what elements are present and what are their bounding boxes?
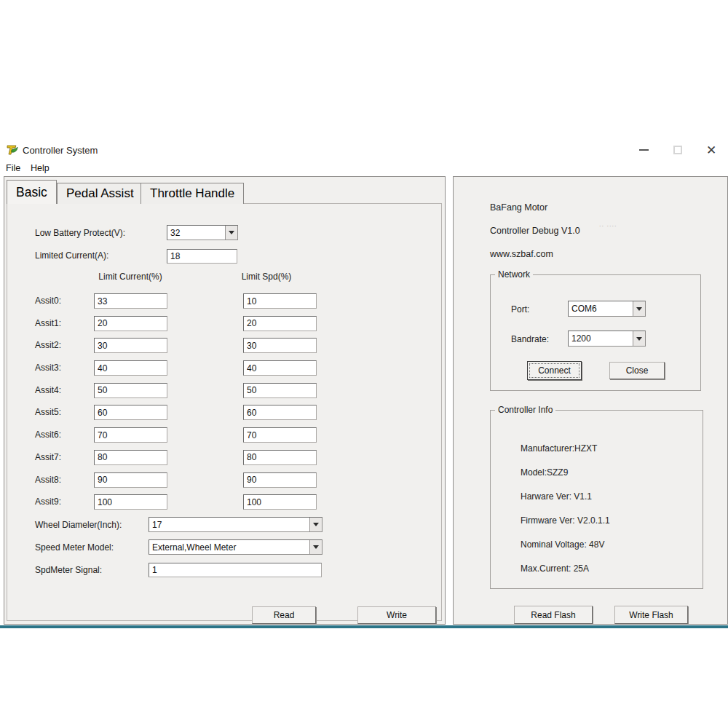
controller-info-group: Controller Info Manufacturer:HZXTModel:S… [490,410,703,589]
limited-current-label: Limited Current(A): [35,248,108,263]
speed-meter-model-label: Speed Meter Model: [35,540,114,555]
wheel-diameter-select[interactable]: 17 [149,517,323,532]
limit-current-header: Limit Current(%) [87,272,174,282]
assist-label: Assit4: [35,383,61,398]
speed-meter-model-select[interactable]: External,Wheel Meter [149,539,323,555]
connection-panel: BaFang MotorController Debug V1.0www.szb… [453,176,728,625]
brand-line: BaFang Motor [490,200,580,215]
network-group: Network Port: COM6 Bandrate: 1200 Connec… [490,274,701,391]
assist-current-input[interactable] [94,427,167,443]
brand-lines: BaFang MotorController Debug V1.0www.szb… [490,200,580,261]
assist-row: Assit5: [4,405,445,420]
controller-info-item: Firmware Ver: V2.0.1.1 [521,513,610,528]
minimize-icon[interactable] [633,141,654,159]
assist-current-input[interactable] [94,383,167,398]
write-flash-button[interactable]: Write Flash [614,606,688,624]
port-label: Port: [511,302,529,317]
controller-info-item: Nominal Voltage: 48V [521,537,610,552]
assist-speed-input[interactable] [243,360,317,376]
read-button[interactable]: Read [252,606,316,624]
tab-basic[interactable]: Basic [7,180,57,204]
limited-current-input[interactable] [167,249,237,264]
controller-info-items: Manufacturer:HZXTModel:SZZ9Harware Ver: … [521,441,610,576]
assist-label: Assit5: [35,405,61,420]
maximize-icon[interactable] [667,141,689,159]
assist-speed-input[interactable] [243,293,317,309]
assist-speed-input[interactable] [243,427,317,443]
chevron-down-icon[interactable] [225,226,237,240]
assist-current-input[interactable] [94,472,167,488]
assist-current-input[interactable] [94,293,167,309]
controller-info-item: Max.Current: 25A [521,561,610,576]
app-icon [6,143,19,157]
assist-row: Assit7: [4,450,445,465]
controller-info-item: Manufacturer:HZXT [521,441,610,456]
assist-label: Assit3: [35,360,61,376]
tab-pedal-assist[interactable]: Pedal Assist [57,183,143,204]
chevron-down-icon[interactable] [633,301,645,316]
window-title: Controller System [23,145,98,156]
chevron-down-icon[interactable] [309,540,322,554]
assist-row: Assit2: [4,338,445,353]
assist-current-input[interactable] [94,494,167,510]
chevron-down-icon[interactable] [633,331,645,346]
menu-file[interactable]: File [6,163,20,173]
controller-info-item: Harware Ver: V1.1 [521,489,610,504]
assist-current-input[interactable] [94,360,167,376]
assist-row: Assit3: [4,360,445,376]
network-group-title: Network [495,269,533,280]
brand-line: Controller Debug V1.0 [490,223,580,238]
connect-button[interactable]: Connect [527,361,582,380]
assist-speed-input[interactable] [243,316,317,331]
assist-current-input[interactable] [94,338,167,353]
chevron-down-icon[interactable] [309,518,322,531]
assist-speed-input[interactable] [243,472,317,488]
menu-help[interactable]: Help [31,163,50,173]
write-button[interactable]: Write [357,606,436,624]
brand-line: www.szbaf.com [490,247,580,261]
faint-note: .. .... [599,221,617,228]
app-window: Controller System ✕ File Help Basic Peda… [0,0,728,728]
read-flash-button[interactable]: Read Flash [514,606,593,624]
assist-label: Assit1: [35,316,61,331]
low-battery-protect-select[interactable]: 32 [167,225,238,240]
controller-info-item: Model:SZZ9 [521,465,610,480]
assist-current-input[interactable] [94,316,167,331]
assist-label: Assit2: [35,338,61,353]
assist-current-input[interactable] [94,405,167,420]
assist-row: Assit4: [4,383,445,398]
tab-throttle-handle[interactable]: Throttle Handle [141,183,244,204]
assist-label: Assit7: [35,450,61,465]
settings-panel: Basic Pedal Assist Throttle Handle Low B… [4,176,446,625]
limit-spd-header: Limit Spd(%) [223,272,310,282]
spdmeter-signal-label: SpdMeter Signal: [35,563,102,577]
spdmeter-signal-input[interactable] [149,563,322,577]
assist-current-input[interactable] [94,450,167,465]
assist-speed-input[interactable] [243,338,317,353]
assist-speed-input[interactable] [243,383,317,398]
assist-row: Assit0: [4,293,445,309]
assist-row: Assit6: [4,427,445,443]
assist-label: Assit8: [35,472,61,488]
window-bottom-accent [0,625,728,628]
assist-row: Assit9: [4,494,445,510]
port-select[interactable]: COM6 [568,301,646,317]
close-button[interactable]: Close [609,362,665,379]
assist-speed-input[interactable] [243,450,317,465]
bandrate-label: Bandrate: [511,332,549,347]
assist-label: Assit6: [35,427,61,443]
tab-strip: Basic Pedal Assist Throttle Handle [4,177,445,204]
bandrate-select[interactable]: 1200 [568,331,646,347]
wheel-diameter-label: Wheel Diameler(Inch): [35,518,122,532]
assist-speed-input[interactable] [243,494,317,510]
assist-label: Assit9: [35,494,61,510]
assist-row: Assit8: [4,472,445,488]
low-battery-protect-label: Low Battery Protect(V): [35,226,125,240]
assist-speed-input[interactable] [243,405,317,420]
assist-row: Assit1: [4,316,445,331]
controller-info-title: Controller Info [495,405,555,416]
assist-rows: Assit0: Assit1: Assit2: Assit3: Assit4: [4,293,445,510]
assist-label: Assit0: [35,293,61,309]
close-icon[interactable]: ✕ [700,141,722,159]
